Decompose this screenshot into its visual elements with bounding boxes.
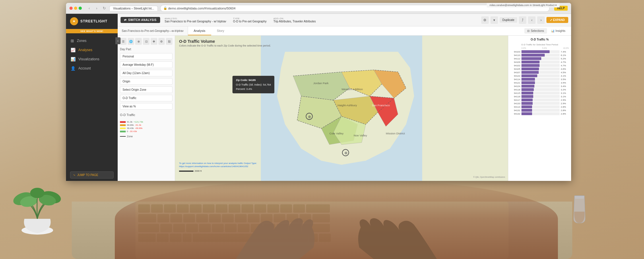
chart-title: O-D Traffic % — [511, 38, 569, 41]
bar-fill — [521, 98, 533, 101]
svg-text:Jordan Park: Jordan Park — [313, 82, 329, 85]
bar-label: 94132 — [511, 113, 520, 115]
bar-track — [521, 102, 560, 105]
bar-track — [521, 57, 560, 60]
filter-origin[interactable]: Origin — [120, 78, 172, 85]
bar-track — [521, 78, 560, 81]
plant-decoration-left — [9, 150, 66, 236]
bar-value: 3.4% — [561, 85, 569, 88]
filter-personal[interactable]: Personal — [120, 53, 172, 60]
tab-analysis[interactable]: Analysis — [188, 26, 211, 35]
brand-header: ✦ STREETLIGHT — [66, 14, 118, 29]
bar-fill — [521, 71, 539, 74]
map-subtitle: Colors indicate the O-D Traffic to each … — [179, 44, 271, 47]
nav-next-btn[interactable]: › — [537, 16, 545, 24]
top-bar: ⇄ SWITCH ANALYSIS ANALYSIS: San Francisc… — [118, 14, 571, 26]
bar-track — [521, 74, 560, 77]
selections-btn[interactable]: ⊟ Selections — [524, 28, 547, 34]
switch-analysis-button[interactable]: ⇄ SWITCH ANALYSIS — [121, 17, 160, 23]
bar-row: 941106.1% — [511, 54, 569, 57]
bar-row: 941213.5% — [511, 81, 569, 84]
bar-chart: 941037.4%941106.1%941125.2%941094.7%9410… — [511, 50, 569, 115]
expand-button[interactable]: ⤢ EXPAND — [546, 17, 568, 23]
minimize-window-btn[interactable] — [74, 7, 77, 10]
sidebar-collapse-btn[interactable]: ‹ — [115, 37, 121, 44]
bar-row: 941125.2% — [511, 57, 569, 60]
settings2-btn[interactable]: ⚙ — [158, 38, 165, 45]
bar-track — [521, 85, 560, 88]
browser-tab[interactable]: Visualizations – StreetLight Int... — [109, 6, 158, 11]
insights-btn[interactable]: 📊 Insights — [548, 28, 568, 34]
bar-value: 5.2% — [561, 57, 569, 60]
visualizations-icon: 📊 — [71, 57, 75, 61]
bar-row: 941074.5% — [511, 71, 569, 74]
refresh-btn[interactable]: ↻ — [101, 5, 107, 11]
tab-story[interactable]: Story — [211, 26, 230, 35]
link-btn[interactable]: ⛓ — [166, 38, 172, 45]
nav-prev-btn[interactable]: ‹ — [528, 16, 536, 24]
content-area: ☰ 🌐 ⊕ ⊡ ✥ ⚙ ⛓ Day Part Personal Average … — [118, 36, 571, 181]
jump-to-page-btn[interactable]: ⤷ JUMP TO PAGE — [70, 171, 114, 179]
bar-label: 94124 — [511, 85, 520, 88]
bar-fill — [521, 109, 532, 112]
zoom-select-btn[interactable]: ⊡ — [143, 38, 150, 45]
share-btn[interactable]: ⤴ — [519, 16, 526, 24]
svg-text:Mission District: Mission District — [386, 132, 405, 135]
sidebar-item-zones-label: Zones — [77, 39, 86, 43]
sidebar-item-zones[interactable]: ⊞ Zones — [66, 36, 118, 45]
forward-btn[interactable]: › — [94, 5, 100, 11]
filter-weekday[interactable]: Average Weekday (M-F) — [120, 61, 172, 68]
analysis-tabs: San-Francisco-to-Pre-set-Geography---w-t… — [118, 26, 571, 36]
svg-text:⊕: ⊕ — [344, 151, 348, 155]
addon-info: ADD-ON: Trip Attributes, Traveler Attrib… — [273, 17, 316, 23]
bar-row: 941322.8% — [511, 112, 569, 115]
map-area[interactable]: O-D Traffic Volume Colors indicate the O… — [175, 36, 508, 181]
bar-row: 941332.9% — [511, 102, 569, 105]
filter-view-as-percent[interactable]: View as % — [120, 103, 172, 110]
filter-select-origin[interactable]: Select Origin Zone — [120, 86, 172, 93]
duplicate-button[interactable]: Duplicate — [500, 17, 517, 23]
svg-text:Western Addition: Western Addition — [342, 88, 363, 91]
analysis-info: ANALYSIS: San Francisco to Pre-set Geogr… — [165, 17, 226, 23]
type-info: TYPE: O-D to Pre-set Geography — [233, 17, 267, 23]
back-btn[interactable]: ‹ — [86, 5, 92, 11]
bar-label: 94131 — [511, 109, 520, 112]
maximize-window-btn[interactable] — [79, 7, 82, 10]
sidebar-item-visualizations[interactable]: 📊 Visualizations — [66, 55, 118, 64]
bar-value: 2.8% — [561, 106, 569, 108]
close-window-btn[interactable] — [69, 7, 73, 10]
whats-new-banner[interactable]: SEE WHAT'S NEW! — [66, 29, 118, 33]
hands-overlay — [115, 179, 558, 259]
bar-track — [521, 71, 560, 74]
menu-btn[interactable]: ☰ — [120, 38, 127, 45]
filter-od-traffic[interactable]: O-D Traffic — [120, 95, 172, 101]
sidebar-item-analyses[interactable]: 📈 Analyses — [66, 45, 118, 55]
map-visualization[interactable]: Jordan Park Western Addition Haight-Ashb… — [175, 36, 508, 181]
filter-allday[interactable]: All Day (12am-12am) — [120, 70, 172, 76]
chart-axis-labels: 0.0% 5.0% 10.0% — [511, 47, 569, 49]
analyses-icon: 📈 — [71, 48, 75, 52]
map-info-link[interactable]: To get more information on how to interp… — [179, 162, 271, 168]
bar-track — [521, 67, 560, 70]
legend-color-red — [120, 121, 126, 123]
sidebar-item-account[interactable]: 👤 Account — [66, 64, 118, 73]
chart-period-label: O-D Traffic for Selected Time Period — [511, 43, 569, 46]
sidebar-item-analyses-label: Analyses — [78, 48, 92, 52]
settings-btn[interactable]: ⚙ — [481, 16, 489, 24]
globe-btn[interactable]: 🌐 — [128, 38, 134, 45]
options-btn[interactable]: ▾ — [490, 16, 498, 24]
legend-row-4: 0 -30.43k — [120, 130, 172, 133]
bar-track — [521, 109, 560, 112]
window-controls — [69, 7, 82, 10]
legend-color-green — [120, 131, 126, 132]
bar-label: 94116 — [511, 95, 520, 98]
drag-btn[interactable]: ✥ — [151, 38, 157, 45]
insights-icon: 📊 — [551, 29, 554, 32]
bar-label: 94122 — [511, 75, 520, 77]
bar-fill — [521, 81, 535, 84]
jump-icon: ⤷ — [73, 173, 75, 177]
bar-fill — [521, 92, 533, 94]
zoom-in-btn[interactable]: ⊕ — [135, 38, 142, 45]
bar-label: 94112 — [511, 57, 520, 60]
legend-color-orange — [120, 124, 126, 126]
